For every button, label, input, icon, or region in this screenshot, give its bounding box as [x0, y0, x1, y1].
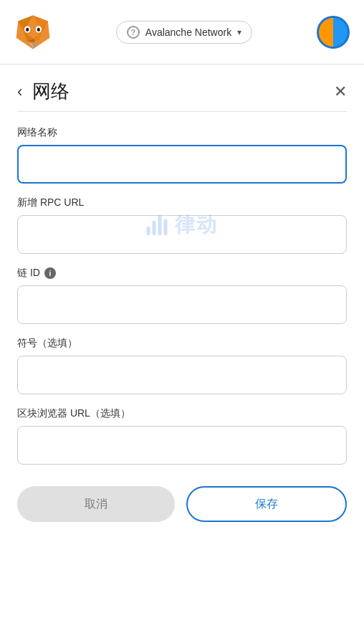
question-icon: ?	[127, 26, 140, 39]
svg-point-10	[26, 27, 29, 31]
label-symbol: 符号（选填）	[17, 337, 347, 350]
input-chain-id[interactable]	[17, 285, 347, 324]
chevron-down-icon: ▾	[237, 27, 241, 37]
input-rpc-url[interactable]	[17, 215, 347, 254]
label-chain-id: 链 ID i	[17, 267, 347, 280]
main-content: ‹ 网络 ✕ 网络名称 新增 RPC URL	[0, 65, 364, 641]
metamask-logo	[14, 14, 52, 51]
back-button[interactable]: ‹	[17, 84, 22, 100]
input-block-explorer[interactable]	[17, 426, 347, 465]
close-button[interactable]: ✕	[334, 84, 347, 100]
page-title: 网络	[32, 79, 70, 104]
input-symbol[interactable]	[17, 356, 347, 394]
form-group-symbol: 符号（选填）	[17, 337, 347, 394]
title-left: ‹ 网络	[17, 79, 70, 104]
label-block-explorer: 区块浏览器 URL（选填）	[17, 407, 347, 420]
form-group-network-name: 网络名称	[17, 126, 347, 184]
form-container: 网络名称 新增 RPC URL 律动 链 ID	[17, 112, 347, 522]
cancel-button[interactable]: 取消	[17, 486, 175, 522]
form-group-rpc-url: 新增 RPC URL 律动	[17, 196, 347, 254]
form-group-chain-id: 链 ID i	[17, 267, 347, 324]
form-group-block-explorer: 区块浏览器 URL（选填）	[17, 407, 347, 465]
buttons-row: 取消 保存	[17, 486, 347, 522]
network-selector-label: Avalanche Network	[145, 27, 231, 38]
save-button[interactable]: 保存	[186, 486, 347, 522]
label-rpc-url: 新增 RPC URL	[17, 196, 347, 209]
avatar[interactable]	[317, 16, 350, 49]
chain-id-info-icon[interactable]: i	[44, 267, 56, 279]
label-network-name: 网络名称	[17, 126, 347, 139]
svg-point-11	[37, 27, 40, 31]
header: ? Avalanche Network ▾	[0, 0, 364, 65]
network-selector[interactable]: ? Avalanche Network ▾	[116, 21, 252, 44]
input-network-name[interactable]	[17, 145, 347, 184]
page-title-row: ‹ 网络 ✕	[17, 65, 347, 112]
